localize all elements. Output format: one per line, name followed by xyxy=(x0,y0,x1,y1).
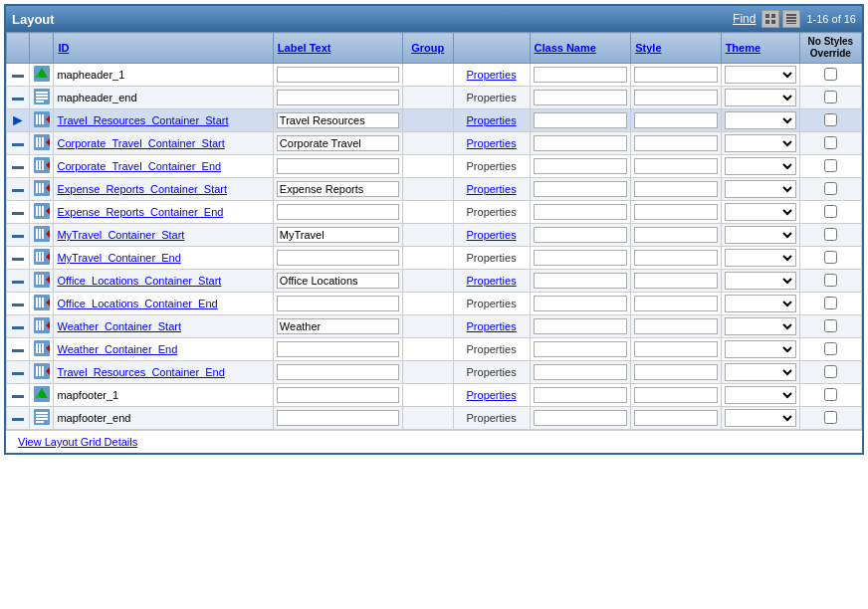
row-id-link[interactable]: Office_Locations_Container_Start xyxy=(57,275,221,287)
theme-select[interactable] xyxy=(725,249,796,267)
label-input[interactable] xyxy=(277,250,399,266)
style-input[interactable] xyxy=(634,135,717,151)
classname-input[interactable] xyxy=(534,90,628,105)
grid-icon-btn[interactable] xyxy=(761,10,779,28)
style-input[interactable] xyxy=(634,318,717,334)
classname-input[interactable] xyxy=(534,250,628,266)
theme-select[interactable] xyxy=(725,180,796,198)
nostyle-checkbox[interactable] xyxy=(824,319,837,332)
properties-link[interactable]: Properties xyxy=(467,320,517,332)
classname-input[interactable] xyxy=(534,364,628,380)
classname-input[interactable] xyxy=(534,410,628,426)
classname-input[interactable] xyxy=(534,387,628,403)
properties-link[interactable]: Properties xyxy=(467,275,517,287)
label-input[interactable] xyxy=(277,67,399,83)
col-id-header[interactable]: ID xyxy=(58,42,69,54)
label-input[interactable] xyxy=(277,204,399,220)
nostyle-checkbox[interactable] xyxy=(824,251,837,264)
label-input[interactable] xyxy=(277,341,399,357)
theme-select[interactable] xyxy=(725,386,796,404)
label-input[interactable] xyxy=(277,158,399,174)
style-input[interactable] xyxy=(634,250,717,266)
col-theme-header[interactable]: Theme xyxy=(726,42,760,54)
theme-select[interactable] xyxy=(725,66,796,84)
label-input[interactable] xyxy=(277,227,399,243)
style-input[interactable] xyxy=(634,112,717,128)
theme-select[interactable] xyxy=(725,409,796,427)
row-id-link[interactable]: Weather_Container_Start xyxy=(57,320,181,332)
style-input[interactable] xyxy=(634,364,717,380)
properties-link[interactable]: Properties xyxy=(467,229,517,241)
label-input[interactable] xyxy=(277,90,399,105)
row-id-link[interactable]: Travel_Resources_Container_Start xyxy=(57,114,228,126)
table-icon-btn[interactable] xyxy=(782,10,800,28)
style-input[interactable] xyxy=(634,67,717,83)
classname-input[interactable] xyxy=(534,112,628,128)
style-input[interactable] xyxy=(634,341,717,357)
classname-input[interactable] xyxy=(534,204,628,220)
properties-link[interactable]: Properties xyxy=(467,137,517,149)
row-id-link[interactable]: Weather_Container_End xyxy=(57,343,177,355)
theme-select[interactable] xyxy=(725,272,796,290)
nostyle-checkbox[interactable] xyxy=(824,365,837,378)
row-id-link[interactable]: Expense_Reports_Container_Start xyxy=(57,183,227,195)
find-link[interactable]: Find xyxy=(733,12,756,26)
theme-select[interactable] xyxy=(725,226,796,244)
style-input[interactable] xyxy=(634,158,717,174)
style-input[interactable] xyxy=(634,181,717,197)
theme-select[interactable] xyxy=(725,340,796,358)
nostyle-checkbox[interactable] xyxy=(824,68,837,81)
theme-select[interactable] xyxy=(725,295,796,312)
col-label-header[interactable]: Label Text xyxy=(278,42,331,54)
theme-select[interactable] xyxy=(725,89,796,106)
col-classname-header[interactable]: Class Name xyxy=(535,42,596,54)
col-group-header[interactable]: Group xyxy=(411,42,444,54)
classname-input[interactable] xyxy=(534,135,628,151)
theme-select[interactable] xyxy=(725,317,796,335)
row-id-link[interactable]: Travel_Resources_Container_End xyxy=(57,366,224,378)
row-id-link[interactable]: Corporate_Travel_Container_Start xyxy=(57,137,224,149)
label-input[interactable] xyxy=(277,135,399,151)
label-input[interactable] xyxy=(277,387,399,403)
row-id-link[interactable]: Expense_Reports_Container_End xyxy=(57,206,223,218)
nostyle-checkbox[interactable] xyxy=(824,297,837,309)
style-input[interactable] xyxy=(634,273,717,289)
classname-input[interactable] xyxy=(534,318,628,334)
properties-link[interactable]: Properties xyxy=(467,114,517,126)
nostyle-checkbox[interactable] xyxy=(824,388,837,401)
classname-input[interactable] xyxy=(534,227,628,243)
nostyle-checkbox[interactable] xyxy=(824,159,837,172)
label-input[interactable] xyxy=(277,410,399,426)
properties-link[interactable]: Properties xyxy=(467,389,517,401)
classname-input[interactable] xyxy=(534,158,628,174)
properties-link[interactable]: Properties xyxy=(467,69,517,81)
theme-select[interactable] xyxy=(725,111,796,129)
style-input[interactable] xyxy=(634,227,717,243)
label-input[interactable] xyxy=(277,296,399,311)
nostyle-checkbox[interactable] xyxy=(824,411,837,424)
nostyle-checkbox[interactable] xyxy=(824,342,837,355)
label-input[interactable] xyxy=(277,318,399,334)
classname-input[interactable] xyxy=(534,67,628,83)
nostyle-checkbox[interactable] xyxy=(824,91,837,103)
view-layout-link[interactable]: View Layout Grid Details xyxy=(12,432,143,452)
style-input[interactable] xyxy=(634,296,717,311)
style-input[interactable] xyxy=(634,90,717,105)
row-id-link[interactable]: MyTravel_Container_Start xyxy=(57,229,184,241)
nostyle-checkbox[interactable] xyxy=(824,274,837,287)
theme-select[interactable] xyxy=(725,134,796,152)
label-input[interactable] xyxy=(277,364,399,380)
style-input[interactable] xyxy=(634,410,717,426)
col-style-header[interactable]: Style xyxy=(635,42,661,54)
properties-link[interactable]: Properties xyxy=(467,183,517,195)
nostyle-checkbox[interactable] xyxy=(824,113,837,126)
row-id-link[interactable]: Office_Locations_Container_End xyxy=(57,298,217,309)
classname-input[interactable] xyxy=(534,273,628,289)
nostyle-checkbox[interactable] xyxy=(824,182,837,195)
label-input[interactable] xyxy=(277,273,399,289)
theme-select[interactable] xyxy=(725,157,796,175)
classname-input[interactable] xyxy=(534,296,628,311)
style-input[interactable] xyxy=(634,204,717,220)
label-input[interactable] xyxy=(277,181,399,197)
row-id-link[interactable]: Corporate_Travel_Container_End xyxy=(57,160,221,172)
